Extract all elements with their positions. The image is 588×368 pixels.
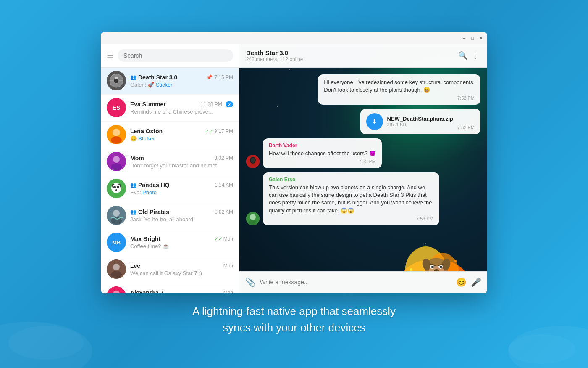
svg-point-20 [113,210,120,217]
message-bubble-4: Galen Erso This version can blow up two … [263,172,439,225]
chat-item-alexandra[interactable]: Alexandra Z Mon Workout_Shedule.pdf [101,283,239,293]
message-bubble-3: Darth Vader How will these changes affec… [263,138,382,168]
chat-item-mom[interactable]: Mom 8:02 PM Don't forget your blaster an… [101,148,239,175]
chat-header: Death Star 3.0 242 members, 112 online 🔍… [239,44,487,68]
svg-point-23 [113,264,120,270]
chat-name-max-bright: Max Bright [130,236,160,242]
pin-icon: 📌 [206,74,213,80]
chat-info-lena: Lena Oxton ✓✓ 9:17 PM 😊 Sticker [130,128,233,142]
sticker-container [388,230,480,271]
svg-point-24 [111,271,122,278]
chat-name-lena: Lena Oxton [130,128,163,135]
maximize-button[interactable]: □ [470,35,475,41]
more-options-icon[interactable]: ⋮ [472,50,480,61]
chat-item-old-pirates[interactable]: 👥 Old Pirates 0:02 AM Jack: Yo-ho-ho, al… [101,202,239,229]
avatar-eva: ES [107,98,126,117]
chat-preview-mom: Don't forget your blaster and helmet [130,162,233,169]
svg-point-32 [250,214,256,220]
chat-item-lena[interactable]: Lena Oxton ✓✓ 9:17 PM 😊 Sticker [101,122,239,148]
sticker-image [388,230,480,271]
message-text-3: How will these changes affect the users?… [269,150,376,157]
minimize-button[interactable]: – [461,35,467,41]
close-button[interactable]: ✕ [478,35,484,41]
chat-item-max-bright[interactable]: MB Max Bright ✓✓ Mon Coffee time? ☕ [101,229,239,256]
avatar-lena [107,125,126,144]
chat-name-mom: Mom [130,155,144,161]
unread-badge-eva: 2 [226,101,233,107]
message-file: ⬇ NEW_DeathStar.plans.zip 387.1 KB 7:52 … [360,109,480,134]
sidebar-header: ☰ [101,44,239,68]
chat-preview-lena: 😊 Sticker [130,135,233,142]
file-name: NEW_DeathStar.plans.zip [387,116,453,122]
svg-point-10 [111,163,122,171]
chat-preview-old-pirates: Jack: Yo-ho-ho, all aboard! [130,216,233,222]
chat-list: 👥 Death Star 3.0 📌 7:15 PM Galen: 🚀 Stic… [101,68,239,293]
chat-name-pandas: 👥 Pandas HQ [130,182,170,188]
message-bubble-1: Hi everyone. I've redesigned some key st… [318,74,480,105]
attach-icon[interactable]: 📎 [245,277,256,287]
svg-point-17 [117,186,119,188]
message-time-4: 7:53 PM [269,216,433,221]
group-icon: 👥 [130,74,136,80]
chat-preview-lee: We can call it Galaxy Star 7 ;) [130,270,233,276]
search-header-icon[interactable]: 🔍 [458,51,467,60]
chat-info-max-bright: Max Bright ✓✓ Mon Coffee time? ☕ [130,236,233,249]
chat-item-lee[interactable]: Lee Mon We can call it Galaxy Star 7 ;) [101,256,239,283]
avatar-max-bright: MB [107,233,126,252]
search-input[interactable] [118,49,233,62]
chat-item-eva[interactable]: ES Eva Summer 11:28 PM 2 Reminds me of a… [101,95,239,122]
file-download-icon[interactable]: ⬇ [366,113,383,130]
chat-preview-pandas: Eva: Photo [130,189,233,196]
svg-point-51 [410,268,412,271]
svg-point-4 [115,77,118,79]
avatar-alexandra [107,286,126,293]
sender-name-galen: Galen Erso [269,177,433,183]
chat-name-lee: Lee [130,262,140,269]
tagline-line2: syncs with your other devices [192,320,396,336]
message-input[interactable] [260,279,452,286]
svg-point-44 [431,266,434,268]
chat-name-alexandra: Alexandra Z [130,289,164,293]
svg-point-18 [116,189,117,191]
file-size: 387.1 KB [387,122,453,127]
chat-name-old-pirates: 👥 Old Pirates [130,209,169,215]
chat-info-alexandra: Alexandra Z Mon Workout_Shedule.pdf [130,289,233,293]
sender-name-darth: Darth Vader [269,143,376,148]
tagline: A lightning-fast native app that seamles… [192,303,396,336]
svg-point-9 [113,156,120,163]
svg-point-6 [113,129,120,136]
avatar-death-star [107,71,126,90]
message-3-row: Darth Vader How will these changes affec… [246,138,480,168]
svg-point-16 [113,186,116,188]
chat-title: Death Star 3.0 [246,49,454,56]
avatar-pandas [107,179,126,198]
chat-item-death-star[interactable]: 👥 Death Star 3.0 📌 7:15 PM Galen: 🚀 Stic… [101,68,239,95]
emoji-icon[interactable]: 😊 [456,277,467,287]
chat-name-death-star: 👥 Death Star 3.0 [130,74,177,81]
svg-point-53 [454,260,457,262]
message-time-3: 7:53 PM [269,159,376,164]
chat-item-pandas[interactable]: 👥 Pandas HQ 1:14 AM Eva: Photo [101,175,239,202]
chat-info-old-pirates: 👥 Old Pirates 0:02 AM Jack: Yo-ho-ho, al… [130,209,233,222]
avatar-lee [107,259,126,279]
file-info: NEW_DeathStar.plans.zip 387.1 KB [387,116,453,127]
message-1: Hi everyone. I've redesigned some key st… [318,74,480,105]
avatar-darth-vader [246,155,260,168]
message-time-1: 7:52 PM [324,95,475,101]
svg-point-30 [251,158,255,163]
svg-point-7 [111,136,122,144]
title-bar: – □ ✕ [101,32,487,44]
message-text-4: This version can blow up two planets on … [269,184,433,214]
chat-info-lee: Lee Mon We can call it Galaxy Star 7 ;) [130,262,233,276]
chat-preview-eva: Reminds me of a Chinese prove... [130,109,233,115]
avatar-galen [246,212,260,225]
hamburger-icon[interactable]: ☰ [107,51,113,60]
microphone-icon[interactable]: 🎤 [471,277,481,287]
avatar-old-pirates [107,206,126,225]
message-4-row: Galen Erso This version can blow up two … [246,172,480,225]
chat-preview-death-star: Galen: 🚀 Sticker [130,82,233,88]
chat-header-info: Death Star 3.0 242 members, 112 online [246,49,454,62]
svg-point-45 [440,266,442,268]
chat-info-pandas: 👥 Pandas HQ 1:14 AM Eva: Photo [130,182,233,196]
tagline-line1: A lightning-fast native app that seamles… [192,303,396,320]
